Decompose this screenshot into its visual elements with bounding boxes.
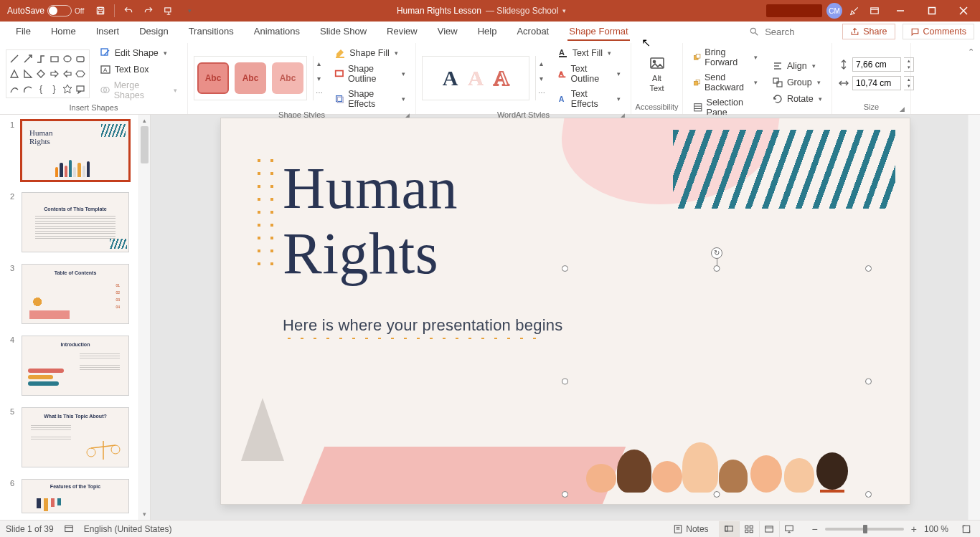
shape-hexagon-icon[interactable] (75, 67, 86, 81)
scroll-down-icon[interactable]: ▾ (139, 508, 150, 520)
accessibility-status-icon[interactable] (64, 524, 74, 534)
tab-design[interactable]: Design (129, 22, 178, 42)
thumbnail-slide-6[interactable]: Features of the Topic (22, 479, 129, 513)
coming-soon-icon[interactable] (847, 3, 862, 19)
text-outline-button[interactable]: A Text Outline▾ (553, 62, 625, 85)
slideshow-view-button[interactable] (779, 521, 799, 537)
scroll-up-icon[interactable]: ▴ (139, 115, 150, 126)
tab-file[interactable]: File (6, 22, 41, 42)
shape-rect-icon[interactable] (48, 52, 60, 66)
minimize-button[interactable] (887, 0, 914, 22)
rotate-handle[interactable] (711, 247, 722, 259)
shape-effects-button[interactable]: Shape Effects▾ (330, 87, 410, 110)
thumbnail-slide-5[interactable]: What Is This Topic About? (22, 407, 129, 467)
text-box-button[interactable]: A Text Box (95, 62, 182, 77)
shape-oval-icon[interactable] (62, 52, 73, 66)
slide-subtitle[interactable]: Here is where your presentation begins (283, 316, 562, 335)
shape-brace-left-icon[interactable]: { (35, 82, 47, 95)
group-button[interactable]: Group▾ (768, 75, 826, 90)
wa-down-icon[interactable]: ▾ (536, 71, 547, 86)
tab-help[interactable]: Help (468, 22, 507, 42)
shape-triangle-icon[interactable] (9, 67, 20, 81)
tab-slideshow[interactable]: Slide Show (310, 22, 377, 42)
slide-sorter-view-button[interactable] (739, 521, 759, 537)
search-box[interactable] (732, 26, 835, 38)
shape-right-triangle-icon[interactable] (22, 67, 33, 81)
shape-arrow-right-icon[interactable] (48, 67, 60, 81)
thumbnail-list[interactable]: 1 HumanRights (0, 115, 138, 520)
tab-acrobat[interactable]: Acrobat (507, 22, 559, 42)
scroll-track[interactable] (139, 126, 150, 508)
share-button[interactable]: Share (842, 24, 895, 39)
slide-counter[interactable]: Slide 1 of 39 (6, 524, 54, 534)
save-icon[interactable] (93, 3, 108, 19)
height-input[interactable] (852, 57, 901, 72)
zoom-slider[interactable] (825, 528, 904, 531)
thumbnail-scrollbar[interactable]: ▴ ▾ (138, 115, 150, 520)
zoom-out-button[interactable]: − (809, 523, 821, 535)
shape-line-icon[interactable] (9, 52, 20, 66)
tab-shape-format[interactable]: Shape Format (559, 22, 638, 42)
selected-object[interactable] (565, 269, 868, 494)
title-dropdown-icon[interactable]: ▾ (562, 7, 566, 14)
gallery-expand-icon[interactable]: ⋯ (314, 85, 324, 100)
account-name-redacted[interactable] (766, 4, 822, 17)
search-input[interactable] (763, 26, 835, 38)
align-button[interactable]: Align▾ (768, 59, 826, 73)
fit-to-window-button[interactable] (958, 521, 974, 537)
thumbnail-item[interactable]: 5 What Is This Topic About? (10, 407, 133, 467)
tab-insert[interactable]: Insert (86, 22, 130, 42)
reading-view-button[interactable] (759, 521, 779, 537)
comments-button[interactable]: Comments (903, 24, 974, 39)
wa-expand-icon[interactable]: ⋯ (536, 85, 547, 100)
edit-shape-button[interactable]: Edit Shape▾ (95, 46, 182, 60)
text-effects-button[interactable]: A Text Effects▾ (553, 87, 625, 110)
shape-brace-right-icon[interactable]: } (48, 82, 60, 95)
wa-up-icon[interactable]: ▴ (536, 56, 547, 71)
thumbnail-slide-3[interactable]: Table of Contents 01020304 (22, 264, 129, 324)
thumbnail-slide-1[interactable]: HumanRights (22, 120, 129, 181)
shape-curve-icon[interactable] (9, 82, 20, 95)
zoom-in-button[interactable]: + (908, 523, 920, 535)
style-swatch-1[interactable]: Abc (197, 62, 229, 94)
shape-fill-button[interactable]: Shape Fill▾ (330, 46, 410, 60)
text-fill-button[interactable]: A Text Fill▾ (553, 46, 625, 60)
language-status[interactable]: English (United States) (84, 524, 172, 534)
thumbnail-slide-2[interactable]: Contents of This Template (22, 192, 129, 252)
collapse-ribbon-icon[interactable]: ⌃ (968, 47, 974, 57)
shape-style-gallery[interactable]: Abc Abc Abc (194, 56, 307, 100)
qat-more-icon[interactable] (181, 3, 197, 19)
wordart-swatch-2[interactable]: A (468, 66, 484, 90)
wordart-gallery-more[interactable]: ▴ ▾ ⋯ (535, 56, 547, 100)
alt-text-button[interactable]: Alt Text (640, 55, 674, 92)
rotate-button[interactable]: Rotate▾ (768, 92, 826, 106)
autosave-toggle[interactable]: AutoSave Off (3, 4, 88, 18)
undo-icon[interactable] (121, 3, 136, 19)
zoom-percent[interactable]: 100 % (924, 524, 948, 534)
scroll-grip[interactable] (141, 126, 149, 163)
shape-connector-icon[interactable] (35, 52, 47, 66)
wordart-gallery[interactable]: A A A (422, 56, 529, 100)
redo-icon[interactable] (141, 3, 156, 19)
normal-view-button[interactable] (719, 521, 739, 537)
shape-diamond-icon[interactable] (35, 67, 47, 81)
thumbnail-slide-4[interactable]: Introduction (22, 336, 129, 396)
send-backward-button[interactable]: Send Backward▾ (689, 71, 762, 94)
ribbon-display-icon[interactable] (867, 3, 882, 19)
style-swatch-2[interactable]: Abc (235, 62, 266, 94)
thumbnail-item[interactable]: 6 Features of the Topic (10, 479, 133, 513)
maximize-button[interactable] (918, 0, 946, 22)
slide-canvas-area[interactable]: Human Rights Here is where your presenta… (151, 115, 980, 520)
tab-review[interactable]: Review (377, 22, 428, 42)
shape-callout-icon[interactable] (75, 82, 86, 95)
size-launcher-icon[interactable]: ◢ (900, 105, 905, 113)
tab-animations[interactable]: Animations (244, 22, 310, 42)
shape-rounded-rect-icon[interactable] (75, 52, 86, 66)
tab-transitions[interactable]: Transitions (179, 22, 244, 42)
user-avatar[interactable]: CM (826, 3, 842, 19)
gallery-up-icon[interactable]: ▴ (314, 56, 324, 71)
thumbnail-item[interactable]: 3 Table of Contents 01020304 (10, 264, 133, 324)
tab-home[interactable]: Home (41, 22, 86, 42)
shape-arrow-line-icon[interactable] (22, 52, 33, 66)
bring-forward-button[interactable]: Bring Forward▾ (689, 46, 762, 69)
